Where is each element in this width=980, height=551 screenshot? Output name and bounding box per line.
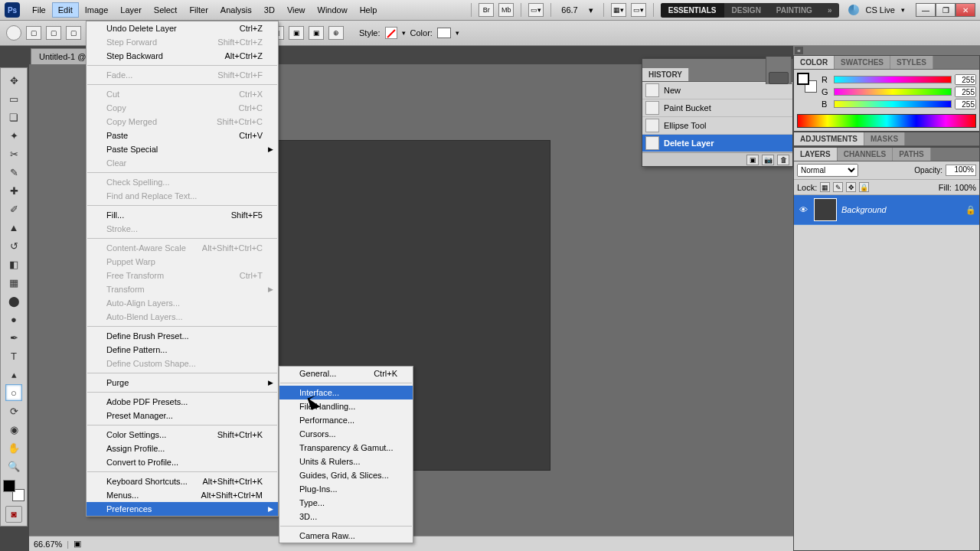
menu-image[interactable]: Image [79,2,115,18]
b-input[interactable] [955,99,976,109]
edit-item-40[interactable]: Menus...Alt+Shift+Ctrl+M [87,488,278,502]
prefs-item-7[interactable]: Units & Rulers... [279,455,413,468]
prefs-item-6[interactable]: Transparency & Gamut... [279,441,413,455]
lock-image-icon[interactable]: ✎ [833,182,843,192]
fill-pixels-icon[interactable]: ▢ [66,26,81,40]
masks-tab[interactable]: MASKS [864,132,905,145]
edit-item-2[interactable]: Step BackwardAlt+Ctrl+Z [87,49,278,63]
layers-tab[interactable]: LAYERS [794,148,838,161]
edit-item-0[interactable]: Undo Delete LayerCtrl+Z [87,21,278,35]
menu-window[interactable]: Window [312,2,354,18]
workspace-essentials[interactable]: ESSENTIALS [661,3,724,18]
history-item-2[interactable]: Ellipse Tool [642,117,792,135]
view-extras-icon[interactable]: ▦▾ [611,3,626,17]
arrange-icon[interactable]: ▭▾ [631,3,646,17]
menu-layer[interactable]: Layer [114,2,148,18]
prefs-item-2[interactable]: Interface... [279,386,413,399]
lasso-tool[interactable]: ❏ [5,109,22,126]
menu-filter[interactable]: Filter [183,2,214,18]
status-zoom[interactable]: 66.67% [34,540,62,549]
eyedropper-tool[interactable]: ✎ [5,164,22,181]
r-input[interactable] [955,74,976,85]
menu-analysis[interactable]: Analysis [214,2,258,18]
history-item-3[interactable]: Delete Layer [642,135,792,152]
r-slider[interactable] [834,76,952,83]
blend-mode-select[interactable]: Normal [797,164,858,177]
channels-tab[interactable]: CHANNELS [838,148,893,161]
adjustments-tab[interactable]: ADJUSTMENTS [794,132,864,145]
b-slider[interactable] [834,100,952,108]
opacity-input[interactable]: 100% [946,165,976,176]
zoom-tool[interactable]: 🔍 [5,458,22,474]
prefs-item-11[interactable]: 3D... [279,510,413,523]
status-doc-icon[interactable]: ▣ [74,539,81,549]
edit-item-41[interactable]: Preferences▶ [87,502,278,516]
edit-item-16[interactable]: Fill...Shift+F5 [87,208,278,222]
layer-visibility-icon[interactable]: 👁 [797,204,809,216]
workspace-design[interactable]: DESIGN [724,3,769,18]
prefs-item-0[interactable]: General...Ctrl+K [279,367,413,380]
styles-tab[interactable]: STYLES [890,56,933,69]
dock-collapse-icon[interactable]: « [795,47,803,54]
menu-edit[interactable]: Edit [52,2,79,18]
edit-item-37[interactable]: Convert to Profile... [87,455,278,469]
prefs-item-8[interactable]: Guides, Grid, & Slices... [279,468,413,482]
cslive-label[interactable]: CS Live [865,5,895,15]
document-tab[interactable]: Untitled-1 @ [31,48,94,64]
path-select-tool[interactable]: ▴ [5,366,22,383]
edit-item-39[interactable]: Keyboard Shortcuts...Alt+Shift+Ctrl+K [87,474,278,488]
window-close[interactable]: ✕ [956,3,975,17]
shape-layers-icon[interactable]: ▢ [26,26,41,40]
current-tool-icon[interactable] [6,25,21,41]
crop-tool[interactable]: ✂ [5,145,22,162]
edit-item-26[interactable]: Define Brush Preset... [87,329,278,343]
prefs-item-4[interactable]: Performance... [279,413,413,427]
3d-camera-tool[interactable]: ◉ [5,421,22,438]
menu-view[interactable]: View [281,2,312,18]
history-brush-tool[interactable]: ↺ [5,237,22,254]
color-tab[interactable]: COLOR [794,56,835,69]
edit-item-33[interactable]: Preset Manager... [87,409,278,422]
layer-row[interactable]: 👁 Background 🔒 [794,195,979,225]
lock-all-icon[interactable]: 🔒 [859,182,869,192]
history-snapshot-icon[interactable]: 📷 [762,155,774,165]
menu-file[interactable]: File [26,2,52,18]
marquee-tool[interactable]: ▭ [5,90,22,107]
lock-transparent-icon[interactable]: ▦ [820,182,830,192]
gradient-tool[interactable]: ▦ [5,274,22,291]
history-item-1[interactable]: Paint Bucket [642,99,792,117]
paths-icon[interactable]: ▢ [46,26,61,40]
g-slider[interactable] [834,88,952,96]
color-spectrum[interactable] [797,114,976,128]
move-tool[interactable]: ✥ [5,72,22,89]
cslive-icon[interactable] [848,5,859,15]
pathop-3-icon[interactable]: ▣ [289,26,304,40]
lock-position-icon[interactable]: ✥ [846,182,856,192]
fill-input[interactable]: 100% [955,183,976,192]
history-tab[interactable]: HISTORY [642,68,689,81]
window-maximize[interactable]: ❐ [936,3,956,17]
pathop-5-icon[interactable]: ⊕ [328,26,344,40]
foreground-color[interactable] [3,480,15,492]
layer-name[interactable]: Background [841,205,965,214]
ellipse-shape-tool[interactable]: ○ [5,384,22,401]
zoom-level[interactable]: 66.7 [558,5,580,15]
workspace-painting[interactable]: PAINTING [769,3,820,18]
type-tool[interactable]: T [5,347,22,364]
collapsed-panel-icon[interactable] [769,72,789,84]
edit-item-35[interactable]: Color Settings...Shift+Ctrl+K [87,428,278,442]
eraser-tool[interactable]: ◧ [5,256,22,272]
menu-3d[interactable]: 3D [258,2,281,18]
color-swatches[interactable] [3,480,24,501]
edit-item-10[interactable]: Paste Special▶ [87,142,278,156]
edit-item-9[interactable]: PasteCtrl+V [87,129,278,142]
prefs-item-5[interactable]: Cursors... [279,427,413,441]
brush-tool[interactable]: ✐ [5,201,22,217]
screen-mode-icon[interactable]: ▭▾ [528,3,544,17]
menu-select[interactable]: Select [148,2,184,18]
blur-tool[interactable]: ⬤ [5,292,22,309]
history-new-doc-icon[interactable]: ▣ [746,155,759,165]
edit-item-27[interactable]: Define Pattern... [87,343,278,357]
paths-tab[interactable]: PATHS [893,148,930,161]
healing-tool[interactable]: ✚ [5,182,22,199]
